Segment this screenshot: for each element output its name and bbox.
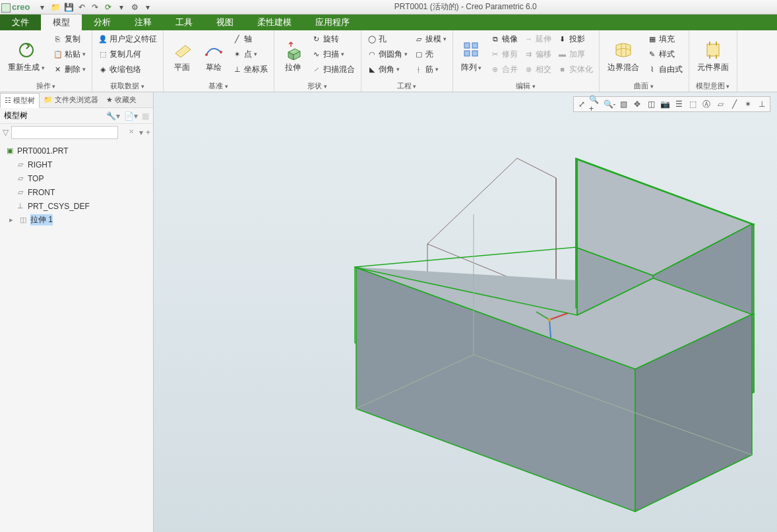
fill-icon: ▦ bbox=[648, 34, 657, 44]
tree-item-right[interactable]: ▱RIGHT bbox=[0, 158, 153, 171]
top-icon: ▱ bbox=[16, 174, 25, 183]
group-label[interactable]: 获取数据 bbox=[96, 80, 159, 92]
style-button[interactable]: ✎样式 bbox=[646, 47, 685, 61]
hole-icon: ◯ bbox=[367, 34, 377, 44]
qat-redo[interactable]: ↷ bbox=[89, 1, 101, 13]
side-tab-2[interactable]: ★收藏夹 bbox=[102, 92, 140, 107]
point-button[interactable]: ✶点 bbox=[231, 47, 270, 61]
extend-button: →延伸 bbox=[522, 32, 553, 46]
group-label[interactable]: 曲面 bbox=[604, 80, 685, 92]
copy-button[interactable]: ⎘复制 bbox=[51, 32, 88, 46]
settings-icon[interactable]: 🔧▾ bbox=[106, 111, 120, 121]
freestyle-label: 自由式 bbox=[659, 64, 683, 75]
tab-4[interactable]: 视图 bbox=[204, 15, 245, 30]
plane-button[interactable]: 平面 bbox=[168, 32, 197, 80]
expand-icon[interactable]: ▸ bbox=[7, 216, 16, 224]
regenerate-button[interactable]: 重新生成 bbox=[4, 32, 49, 80]
side-tab-label: 收藏夹 bbox=[115, 95, 137, 105]
group-label[interactable]: 操作 bbox=[4, 80, 88, 92]
tree-root[interactable]: ▣PRT0001.PRT bbox=[0, 144, 153, 158]
add-icon[interactable]: + bbox=[146, 128, 150, 137]
qat-new[interactable]: ▾ bbox=[36, 1, 48, 13]
qat-regen[interactable]: ⟳ bbox=[102, 1, 114, 13]
revolve-icon: ↻ bbox=[312, 34, 321, 44]
copy-label: 复制 bbox=[65, 34, 80, 45]
qat-close[interactable]: ▾ bbox=[142, 1, 154, 13]
boundary-blend-button[interactable]: 边界混合 bbox=[604, 32, 643, 80]
show-icon[interactable]: 📄▾ bbox=[124, 111, 138, 121]
hole-button[interactable]: ◯孔 bbox=[365, 32, 410, 46]
shrinkwrap-button[interactable]: ◈收缩包络 bbox=[96, 62, 159, 76]
tab-3[interactable]: 工具 bbox=[164, 15, 204, 30]
extrude-button[interactable]: 拉伸 bbox=[278, 32, 307, 80]
search-dd-icon[interactable]: ▾ bbox=[139, 128, 143, 137]
csys-button[interactable]: ⊥坐标系 bbox=[231, 62, 270, 76]
tree-item-extrude1[interactable]: ▸◫拉伸 1 bbox=[0, 213, 153, 227]
freestyle-button[interactable]: ⌇自由式 bbox=[646, 62, 685, 76]
tab-0[interactable]: 模型 bbox=[41, 15, 82, 30]
group-label[interactable]: 工程 bbox=[365, 80, 449, 92]
clear-icon[interactable]: ✕ bbox=[129, 128, 134, 135]
shell-button[interactable]: ▢壳 bbox=[412, 47, 449, 61]
side-tab-0[interactable]: ☷模型树 bbox=[0, 93, 40, 108]
fill-button[interactable]: ▦填充 bbox=[646, 32, 685, 46]
qat-more[interactable]: ⚙ bbox=[129, 1, 140, 13]
tab-file[interactable]: 文件 bbox=[0, 15, 41, 30]
copy-geom-button[interactable]: ⬚复制几何 bbox=[96, 47, 159, 61]
tree-item-front[interactable]: ▱FRONT bbox=[0, 185, 153, 199]
side-tab-1[interactable]: 📁文件夹浏览器 bbox=[40, 92, 102, 107]
qat-undo[interactable]: ↶ bbox=[76, 1, 88, 13]
mirror-icon: ⧉ bbox=[491, 34, 500, 44]
mirror-button[interactable]: ⧉镜像 bbox=[489, 32, 520, 46]
tree-item-csys[interactable]: ⊥PRT_CSYS_DEF bbox=[0, 199, 153, 213]
shrinkwrap-label: 收缩包络 bbox=[109, 64, 141, 75]
mirror-label: 镜像 bbox=[502, 34, 518, 45]
pattern-button[interactable]: 阵列 bbox=[457, 32, 486, 80]
tab-6[interactable]: 应用程序 bbox=[303, 15, 361, 30]
pattern-label: 阵列 bbox=[461, 62, 482, 73]
group-label[interactable]: 模型意图 bbox=[693, 80, 733, 92]
chamfer-button[interactable]: ◣倒角 bbox=[365, 62, 410, 76]
axis-button[interactable]: ╱轴 bbox=[231, 32, 270, 46]
draft-button[interactable]: ▱拔模 bbox=[412, 32, 449, 46]
solidify-icon: ■ bbox=[558, 65, 567, 74]
rib-button[interactable]: ⟊筋 bbox=[412, 62, 449, 76]
search-input[interactable] bbox=[11, 126, 118, 139]
solidify-button: ■实体化 bbox=[556, 62, 595, 76]
qat-open[interactable]: 📁 bbox=[49, 1, 61, 13]
group-label[interactable]: 基准 bbox=[168, 80, 270, 92]
sketch-icon bbox=[203, 40, 224, 61]
sketch-label: 草绘 bbox=[206, 62, 222, 73]
draft-label: 拔模 bbox=[425, 34, 441, 45]
ribbon-tabs: 文件 模型分析注释工具视图柔性建模应用程序 bbox=[0, 15, 777, 30]
tree-filter-icon[interactable]: ▦ bbox=[142, 111, 149, 121]
tree-item-top[interactable]: ▱TOP bbox=[0, 171, 153, 185]
project-button[interactable]: ⬇投影 bbox=[556, 32, 595, 46]
filter-icon[interactable]: ▽ bbox=[3, 128, 9, 137]
sweep-blend-button[interactable]: ⟋扫描混合 bbox=[310, 62, 357, 76]
tab-2[interactable]: 注释 bbox=[123, 15, 164, 30]
tab-1[interactable]: 分析 bbox=[82, 15, 123, 30]
qat-save[interactable]: 💾 bbox=[63, 1, 75, 13]
paste-button[interactable]: 📋粘贴 bbox=[51, 47, 88, 61]
side-header-title: 模型树 bbox=[4, 110, 28, 121]
qat-windows[interactable]: ▾ bbox=[115, 1, 127, 13]
app-logo: creo bbox=[0, 2, 32, 12]
sketch-button[interactable]: 草绘 bbox=[199, 32, 228, 80]
workspace: ☷模型树📁文件夹浏览器★收藏夹 模型树 🔧▾ 📄▾ ▦ ▽ ✕ ▾ + ▣PRT… bbox=[0, 92, 777, 532]
group-label[interactable]: 编辑 bbox=[457, 80, 595, 92]
viewport[interactable]: ⤢🔍+🔍-▧✥◫📷☰⬚Ⓐ▱╱✶⊥ bbox=[154, 92, 777, 532]
user-feature-button[interactable]: 👤用户定义特征 bbox=[96, 32, 159, 46]
trim-icon: ✂ bbox=[491, 49, 500, 59]
sweep-button[interactable]: ∿扫描 bbox=[310, 47, 357, 61]
group-label[interactable]: 形状 bbox=[278, 80, 357, 92]
delete-button[interactable]: ✕删除 bbox=[51, 62, 88, 76]
component-interface-button[interactable]: 元件界面 bbox=[693, 32, 733, 80]
intersect-label: 相交 bbox=[536, 64, 551, 75]
round-button[interactable]: ◠倒圆角 bbox=[365, 47, 410, 61]
revolve-button[interactable]: ↻旋转 bbox=[310, 32, 357, 46]
shrinkwrap-icon: ◈ bbox=[98, 65, 108, 74]
group-模型意图: 元件界面模型意图 bbox=[689, 30, 737, 92]
tab-5[interactable]: 柔性建模 bbox=[245, 15, 303, 30]
thicken-button: ▬加厚 bbox=[556, 47, 595, 61]
